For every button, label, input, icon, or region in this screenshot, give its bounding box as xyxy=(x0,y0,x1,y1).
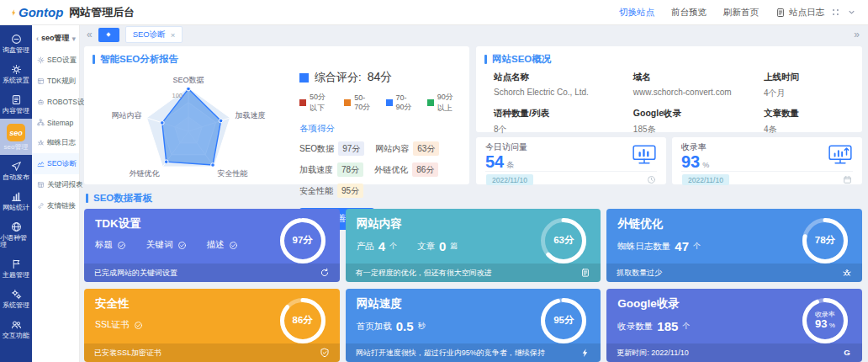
score-label: 加载速度 xyxy=(299,164,333,176)
fullscreen-icon[interactable] xyxy=(830,7,841,18)
title-bar-accent xyxy=(93,55,95,64)
submenu-item-label: SEO设置 xyxy=(47,56,77,66)
sidebar-item-stats[interactable]: 网站统计 xyxy=(0,185,32,216)
report-icon xyxy=(37,181,45,189)
score-ring: 86分 xyxy=(278,296,327,345)
submenu-item-gear[interactable]: SEO设置 xyxy=(32,50,79,71)
dashboard-card-Google收录: Google收录收录数量 185个 收录率93 %更新时间: 2022/11/1… xyxy=(606,289,862,362)
tab-seo-diagnosis[interactable]: SEO诊断 × xyxy=(125,26,183,43)
scores-section-title: 各项得分 xyxy=(299,123,459,135)
tab-close-icon[interactable]: × xyxy=(171,30,176,40)
chevron-down-icon[interactable] xyxy=(847,8,856,17)
submenu-header[interactable]: ‹ seo管理 ▾ xyxy=(32,25,79,50)
metric-label: 首页加载 xyxy=(357,321,392,333)
check-circle-icon xyxy=(117,241,126,250)
submenu-item-sitemap[interactable]: Sitemap xyxy=(32,113,79,132)
sidebar-item-theme[interactable]: 主题管理 xyxy=(0,253,32,283)
dashboard-card-安全性: 安全性SSL证书 86分已安装SSL加密证书 xyxy=(84,289,340,362)
dashboard-card-TDK设置: TDK设置标题关键词描述 97分已完成网站的关键词设置 xyxy=(84,209,340,282)
ring-score-value: 93 % xyxy=(815,318,835,331)
overview-field-label: 文章数量 xyxy=(764,108,854,120)
refresh-icon[interactable] xyxy=(320,268,330,278)
metric-label: 文章 xyxy=(417,241,435,253)
card-metric: 标题 xyxy=(95,239,126,251)
metric-label: 收录数量 xyxy=(617,321,653,333)
metric-label: 关键词 xyxy=(146,239,173,251)
score-item: 安全性能95分 xyxy=(299,184,363,198)
legend-swatch xyxy=(344,99,351,106)
monitor-up-icon xyxy=(828,144,853,171)
overall-score-label: 综合评分: xyxy=(315,70,362,85)
submenu-item-spider[interactable]: 蜘蛛日志 xyxy=(32,132,79,153)
stat-label: 收录率 xyxy=(681,141,709,153)
overview-field: 域名www.schorch-convert.com xyxy=(633,72,764,99)
header-action-switch-site[interactable]: 切换站点 xyxy=(619,7,654,19)
dashboard-cards: TDK设置标题关键词描述 97分已完成网站的关键词设置网站内容产品 4个文章 0… xyxy=(84,209,862,362)
stat-card-footer: 2022/11/10 xyxy=(485,171,657,189)
legend-item: 50-70分 xyxy=(344,92,373,114)
dashboard-card-网站速度: 网站速度首页加载 0.5秒 95分网站打开速度很快，超过行业内95%的竞争者，继… xyxy=(346,289,601,362)
sidebar-item-globe[interactable]: 小语种管理 xyxy=(0,216,32,253)
svg-text:SEO数据: SEO数据 xyxy=(172,76,204,84)
submenu-item-diagnose[interactable]: SEO诊断 xyxy=(32,153,79,174)
stat-card-text: 收录率93% xyxy=(681,141,709,171)
header-action-refresh-page[interactable]: 刷新首页 xyxy=(723,7,759,19)
card-footer-text: 已安装SSL加密证书 xyxy=(94,348,161,359)
sidebar-item-publish[interactable]: 自动发布 xyxy=(0,155,32,185)
report-title: 智能SEO分析报告 xyxy=(100,53,178,66)
metric-value: 47 xyxy=(675,239,689,253)
sidebar-item-interact[interactable]: 交互功能 xyxy=(0,313,32,343)
submenu-item-label: Sitemap xyxy=(47,119,73,127)
ring-score-text: 63分 xyxy=(539,216,588,265)
submenu-item-link[interactable]: 友情链接 xyxy=(32,195,79,216)
overview-field: 上线时间4个月 xyxy=(764,72,854,99)
submenu-item-robots[interactable]: ROBOTS设置 xyxy=(32,92,79,113)
header-action-preview[interactable]: 前台预览 xyxy=(671,7,707,19)
lightning-icon xyxy=(580,348,590,358)
score-ring: 97分 xyxy=(278,216,327,265)
sidebar-item-seo[interactable]: seoseo管理 xyxy=(0,119,32,155)
card-footer: 更新时间: 2022/11/10G xyxy=(606,343,862,362)
submenu-caret-icon[interactable]: ▾ xyxy=(72,35,77,43)
stats-row: 今日访问量54条2022/11/10收录率93%2022/11/10 xyxy=(476,137,862,184)
dashboard-title: SEO数据看板 xyxy=(93,192,152,205)
card-metric: 首页加载 0.5秒 xyxy=(357,319,426,333)
metric-label: SSL证书 xyxy=(95,319,130,331)
google-icon: G xyxy=(842,348,852,358)
tabs-scroll-right-icon[interactable]: » xyxy=(854,29,860,40)
report-scores: 综合评分: 84分 50分以下50-70分70-90分90分以上 各项得分 SE… xyxy=(299,67,459,230)
svg-text:网站内容: 网站内容 xyxy=(112,111,142,120)
content: 智能SEO分析报告 100SEO数据加载速度安全性能外链优化网站内容 综合评分:… xyxy=(80,44,868,362)
submenu-item-report[interactable]: 关键词报表 xyxy=(32,174,79,195)
sidebar-item-content[interactable]: 内容管理 xyxy=(0,88,32,119)
tabs-scroll-left-icon[interactable]: « xyxy=(87,29,93,40)
header-action-label: 切换站点 xyxy=(619,7,654,19)
sidebar-item-label: 系统设置 xyxy=(3,77,29,84)
date-badge: 2022/11/10 xyxy=(486,174,533,185)
score-ring: 78分 xyxy=(801,216,849,265)
overview-field-value: Schorch Electric Co., Ltd. xyxy=(494,88,633,97)
card-metric: 蜘蛛日志数量 47个 xyxy=(617,239,701,253)
home-tab[interactable] xyxy=(98,28,119,42)
metric-unit: 个 xyxy=(389,241,397,252)
sidebar-item-inquiry[interactable]: 询盘管理 xyxy=(0,28,32,58)
score-value-badge: 97分 xyxy=(338,141,364,156)
logo: Gontop xyxy=(8,5,63,19)
header-action-site-log-doc[interactable]: 站点日志 xyxy=(775,7,824,19)
card-footer: 有一定程度的优化，但还有很大空间改进 xyxy=(346,264,601,282)
overview-grid: 站点名称Schorch Electric Co., Ltd.域名www.scho… xyxy=(476,67,862,136)
ring-score-text: 95分 xyxy=(539,296,588,345)
sidebar-item-gear[interactable]: 系统设置 xyxy=(0,58,32,88)
header-action-label: 站点日志 xyxy=(789,7,824,19)
submenu-item-label: 蜘蛛日志 xyxy=(47,138,76,148)
sidebar-item-system[interactable]: 系统管理 xyxy=(0,283,32,313)
overview-field: Google收录185条 xyxy=(633,108,764,136)
overview-title-row: 网站SEO概况 xyxy=(476,46,862,67)
stat-value: 93% xyxy=(681,153,709,171)
card-footer: 网站打开速度很快，超过行业内95%的竞争者，继续保持 xyxy=(346,343,601,362)
svg-text:安全性能: 安全性能 xyxy=(218,169,248,178)
score-value-badge: 95分 xyxy=(337,184,363,198)
submenu-item-label: 关键词报表 xyxy=(47,180,83,190)
back-chevron-icon[interactable]: ‹ xyxy=(36,35,39,43)
submenu-item-tdk[interactable]: TDK规则 xyxy=(32,71,79,92)
